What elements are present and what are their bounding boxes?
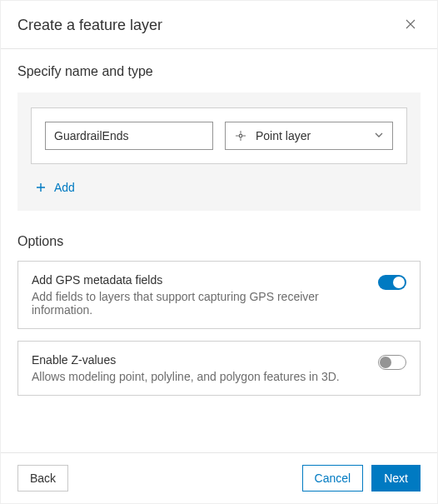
option-gps-text: Add GPS metadata fields Add fields to la… bbox=[32, 273, 366, 317]
close-button[interactable] bbox=[401, 14, 421, 37]
dialog-header: Create a feature layer bbox=[1, 1, 437, 48]
option-gps-desc: Add fields to layers that support captur… bbox=[32, 290, 366, 317]
option-z-text: Enable Z-values Allows modeling point, p… bbox=[32, 353, 366, 383]
toggle-knob bbox=[380, 357, 391, 368]
option-z-desc: Allows modeling point, polyline, and pol… bbox=[32, 370, 366, 383]
dialog-footer: Back Cancel Next bbox=[1, 452, 437, 503]
next-button[interactable]: Next bbox=[371, 465, 421, 492]
layer-type-select[interactable]: Point layer bbox=[225, 122, 393, 150]
option-gps-toggle[interactable] bbox=[378, 275, 406, 290]
section-name-type-title: Specify name and type bbox=[17, 64, 421, 79]
point-layer-icon bbox=[234, 129, 247, 142]
cancel-button[interactable]: Cancel bbox=[302, 465, 364, 492]
close-icon bbox=[404, 17, 417, 33]
option-gps-label: Add GPS metadata fields bbox=[32, 273, 366, 287]
name-type-well: Point layer Add bbox=[17, 92, 421, 211]
layer-name-input[interactable] bbox=[45, 122, 213, 150]
dialog-title: Create a feature layer bbox=[17, 17, 162, 34]
option-z-card: Enable Z-values Allows modeling point, p… bbox=[17, 341, 421, 396]
plus-icon bbox=[36, 182, 46, 192]
back-button[interactable]: Back bbox=[17, 465, 68, 492]
add-layer-button[interactable]: Add bbox=[31, 181, 75, 194]
option-z-toggle[interactable] bbox=[378, 355, 406, 370]
add-layer-label: Add bbox=[54, 181, 75, 194]
option-gps-card: Add GPS metadata fields Add fields to la… bbox=[17, 261, 421, 329]
layer-type-label: Point layer bbox=[256, 129, 366, 142]
option-z-label: Enable Z-values bbox=[32, 353, 366, 367]
chevron-down-icon bbox=[374, 129, 384, 142]
options-title: Options bbox=[17, 234, 421, 249]
svg-rect-4 bbox=[240, 135, 242, 137]
dialog-content: Specify name and type Point layer bbox=[1, 49, 437, 452]
layer-row-card: Point layer bbox=[31, 107, 407, 164]
toggle-knob bbox=[393, 277, 405, 288]
